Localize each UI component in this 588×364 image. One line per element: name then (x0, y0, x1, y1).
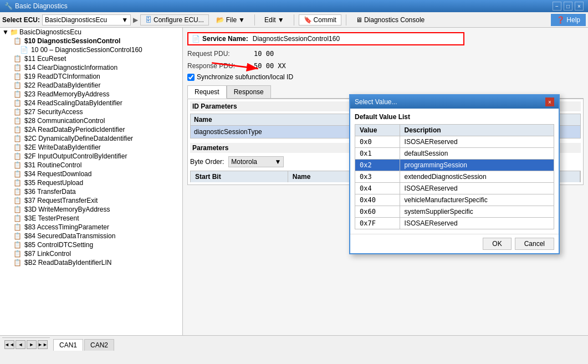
dialog-value-row[interactable]: 0x40 vehicleManufacturerSpecific (355, 194, 554, 206)
nav-next-button[interactable]: ► (27, 340, 37, 349)
dialog-value-row[interactable]: 0x0 ISOSAEReserved (355, 136, 554, 148)
tree-item-label: 10 00 – DiagnosticSessionControl160 (31, 46, 142, 54)
commit-button[interactable]: 🔖 Commit (299, 14, 341, 25)
dialog-close-button[interactable]: × (545, 98, 554, 106)
dialog-value-row[interactable]: 0x4 ISOSAEReserved (355, 183, 554, 194)
service-name-label: Service Name: (202, 35, 248, 43)
tree-item-icon: 📋 (13, 197, 22, 204)
nav-last-button[interactable]: ►► (38, 340, 48, 349)
select-value-dialog: Select Value... × Default Value List Val… (349, 94, 560, 254)
byte-order-select[interactable]: Motorola ▼ (228, 156, 284, 167)
title-bar: 🔧 Basic Diagnostics − □ × (0, 0, 588, 12)
tree-item-label: $36 TransferData (24, 188, 76, 196)
tab-response[interactable]: Response (227, 85, 271, 98)
tree-item-icon: 📋 (13, 232, 22, 240)
dialog-desc-cell: systemSupplierSpecific (400, 206, 554, 218)
arrow-separator: ▶ (133, 16, 138, 24)
close-button[interactable]: × (575, 2, 584, 11)
tab-can1[interactable]: CAN1 (53, 339, 83, 351)
dialog-title: Select Value... (355, 98, 397, 106)
tree-item-icon: 📋 (13, 179, 22, 187)
nav-prev-button[interactable]: ◄ (16, 340, 25, 349)
tree-item-label: $31 RoutineControl (24, 161, 81, 169)
tree-item[interactable]: 📄10 00 – DiagnosticSessionControl160 (0, 45, 182, 54)
maximize-button[interactable]: □ (564, 2, 572, 11)
tree-item-icon: 📋 (13, 152, 22, 160)
edit-menu[interactable]: Edit ▼ (259, 14, 289, 26)
col-startbit: Start Bit (191, 171, 288, 182)
tree-item[interactable]: 📋$B2 ReadDataByIdentifierLIN (0, 258, 182, 267)
tree-container: 📋$10 DiagnosticSessionControl📄10 00 – Di… (0, 37, 182, 267)
tree-item[interactable]: 📋$85 ControlDTCSetting (0, 240, 182, 249)
tree-item[interactable]: 📋$24 ReadScalingDataByIdentifier (0, 99, 182, 107)
dialog-value-row[interactable]: 0x2 programmingSession (355, 160, 554, 171)
separator2 (294, 14, 294, 25)
tree-item[interactable]: 📋$35 RequestUpload (0, 178, 182, 187)
tree-item[interactable]: 📋$84 SecuredDataTransmission (0, 232, 182, 240)
tree-item-icon: 📋 (13, 90, 22, 98)
diagnostics-console-button[interactable]: 🖥 Diagnostics Console (351, 14, 430, 26)
tree-item[interactable]: 📋$14 ClearDiagnosticInformation (0, 63, 182, 72)
tree-item[interactable]: 📋$28 CommunicationControl (0, 116, 182, 125)
main-content: ▼ 📁 BasicDiagnosticsEcu 📋$10 DiagnosticS… (0, 28, 588, 335)
tree-item[interactable]: 📋$27 SecurityAccess (0, 107, 182, 116)
tree-item[interactable]: 📋$31 RoutineControl (0, 161, 182, 170)
byte-order-value: Motorola (231, 158, 257, 166)
tree-item[interactable]: 📋$23 ReadMemoryByAddress (0, 90, 182, 99)
ecu-dropdown[interactable]: BasicDiagnosticsEcu ▼ (42, 14, 131, 25)
tree-item-icon: 📋 (13, 241, 22, 249)
tree-item[interactable]: 📋$11 EcuReset (0, 54, 182, 63)
tree-item[interactable]: 📋$2E WriteDataByIdentifier (0, 143, 182, 152)
ecu-dropdown-value: BasicDiagnosticsEcu (45, 16, 107, 24)
tree-item-icon: 📋 (13, 64, 22, 71)
tree-item[interactable]: 📋$2A ReadDataByPeriodicIdentifier (0, 125, 182, 134)
tab-can2[interactable]: CAN2 (84, 339, 114, 351)
tree-item-label: $37 RequestTransferExit (24, 197, 98, 204)
tree-item-label: $24 ReadScalingDataByIdentifier (24, 99, 122, 107)
tree-item-icon: 📋 (13, 117, 22, 125)
tree-item-label: $34 RequestDownload (24, 170, 91, 178)
byte-order-arrow: ▼ (274, 158, 281, 166)
tree-item[interactable]: 📋$22 ReadDataByIdentifier (0, 81, 182, 90)
help-button[interactable]: ❓ Help (551, 14, 586, 26)
tree-item[interactable]: 📋$2C DynamicallyDefineDataIdentifier (0, 134, 182, 143)
dialog-value-row[interactable]: 0x1 defaultSession (355, 148, 554, 160)
dialog-value-row[interactable]: 0x7F ISOSAEReserved (355, 218, 554, 229)
dialog-desc-cell: programmingSession (400, 160, 554, 171)
tree-item[interactable]: 📋$2F InputOutputControlByIdentifier (0, 152, 182, 161)
db-icon: 🗄 (145, 16, 152, 24)
separator3 (346, 14, 346, 25)
dialog-value-row[interactable]: 0x3 extendedDiagnosticSession (355, 171, 554, 183)
tree-item[interactable]: 📋$19 ReadDTCInformation (0, 72, 182, 81)
tree-item[interactable]: 📋$83 AccessTimingParameter (0, 223, 182, 232)
dialog-title-bar: Select Value... × (350, 95, 559, 109)
minimize-button[interactable]: − (553, 2, 561, 11)
tree-item-icon: 📋 (13, 37, 22, 45)
tree-item[interactable]: 📋$36 TransferData (0, 187, 182, 196)
tree-item[interactable]: 📋$37 RequestTransferExit (0, 196, 182, 205)
cancel-button[interactable]: Cancel (515, 238, 554, 250)
dialog-desc-cell: extendedDiagnosticSession (400, 171, 554, 183)
tree-item[interactable]: 📋$10 DiagnosticSessionControl (0, 37, 182, 45)
tree-item[interactable]: 📋$34 RequestDownload (0, 170, 182, 178)
root-folder-icon: 📁 (10, 28, 18, 36)
tree-item[interactable]: 📋$87 LinkControl (0, 249, 182, 258)
tree-item[interactable]: 📋$3D WriteMemoryByAddress (0, 205, 182, 214)
title-bar-left: 🔧 Basic Diagnostics (4, 2, 68, 10)
tree-root[interactable]: ▼ 📁 BasicDiagnosticsEcu (0, 28, 182, 37)
nav-first-button[interactable]: ◄◄ (4, 340, 14, 349)
tree-item[interactable]: 📋$3E TesterPresent (0, 214, 182, 223)
ok-button[interactable]: OK (483, 238, 511, 250)
tree-item-label: $2A ReadDataByPeriodicIdentifier (24, 126, 125, 134)
commit-icon: 🔖 (304, 16, 312, 24)
file-menu[interactable]: 📂 File ▼ (211, 14, 250, 26)
root-label: BasicDiagnosticsEcu (19, 28, 81, 36)
service-name-icon: 📄 (192, 35, 200, 43)
sync-checkbox-row: Synchronize subfunction/local ID (187, 73, 584, 81)
sync-checkbox[interactable] (187, 74, 195, 81)
tree-item-label: $28 CommunicationControl (24, 117, 105, 125)
configure-ecu-button[interactable]: 🗄 Configure ECU... (140, 14, 209, 25)
response-pdu-value: 50 00 XX (254, 62, 286, 70)
dialog-value-row[interactable]: 0x60 systemSupplierSpecific (355, 206, 554, 218)
tab-request[interactable]: Request (187, 85, 227, 99)
